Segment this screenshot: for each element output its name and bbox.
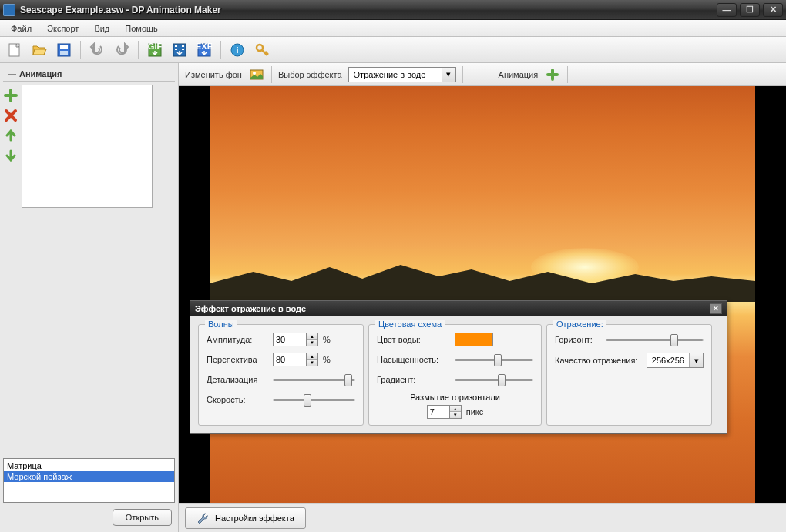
move-up-button[interactable] [3, 128, 18, 143]
canvas-toolbar: Изменить фон Выбор эффекта Отражение в в… [179, 63, 786, 86]
undo-icon [89, 42, 105, 58]
chevron-down-icon[interactable]: ▾ [442, 68, 455, 82]
folder-open-icon [32, 42, 47, 58]
change-bg-button[interactable] [248, 66, 265, 83]
open-preset-button[interactable]: Открыть [113, 509, 172, 526]
panel-title: Анимация [3, 66, 175, 82]
speed-slider[interactable] [273, 393, 355, 407]
svg-rect-3 [60, 51, 68, 55]
preset-list[interactable]: Матрица Морской пейзаж [3, 458, 175, 503]
export-video-button[interactable] [170, 40, 190, 60]
effect-dropdown[interactable]: Отражение в воде ▾ [348, 67, 456, 82]
exe-icon: EXE [196, 42, 212, 58]
amplitude-input[interactable] [273, 333, 307, 346]
svg-text:i: i [236, 45, 238, 55]
quality-label: Качество отражения: [555, 356, 642, 365]
svg-rect-10 [182, 49, 184, 50]
add-effect-button[interactable] [544, 66, 561, 83]
svg-text:GIF: GIF [148, 42, 163, 51]
blur-input[interactable] [427, 405, 450, 419]
water-color-swatch[interactable] [455, 333, 493, 346]
detail-label: Детализация [207, 375, 268, 384]
perspective-label: Перспектива [207, 355, 268, 364]
waves-group-title: Волны [205, 320, 237, 329]
horizon-label: Горизонт: [555, 335, 601, 344]
spinner-up[interactable]: ▲ [307, 333, 317, 340]
effect-dialog: Эффект отражение в воде ✕ Волны Амплитуд… [190, 300, 727, 434]
spinner-up[interactable]: ▲ [450, 406, 461, 412]
svg-point-17 [253, 72, 256, 75]
svg-rect-8 [175, 49, 177, 50]
saturation-slider[interactable] [455, 353, 533, 366]
menubar: Файл Экспорт Вид Помощь [0, 20, 786, 37]
canvas[interactable]: Эффект отражение в воде ✕ Волны Амплитуд… [179, 86, 786, 503]
delete-animation-button[interactable] [3, 108, 18, 123]
spinner-down[interactable]: ▼ [307, 360, 317, 366]
dialog-title-bar[interactable]: Эффект отражение в воде ✕ [190, 301, 727, 316]
spinner-down[interactable]: ▼ [307, 340, 317, 346]
register-button[interactable] [252, 40, 272, 60]
gradient-label: Градиент: [377, 375, 450, 384]
export-exe-button[interactable]: EXE [194, 40, 214, 60]
dialog-title: Эффект отражение в воде [195, 304, 306, 313]
open-file-button[interactable] [29, 40, 49, 60]
perspective-spinner[interactable]: ▲▼ [273, 353, 318, 366]
speed-label: Скорость: [207, 395, 268, 404]
image-icon [250, 68, 264, 82]
perspective-input[interactable] [273, 353, 307, 366]
waves-group: Волны Амплитуда: ▲▼ % Перспектива [198, 324, 364, 426]
blur-spinner[interactable]: ▲▼ [427, 405, 462, 419]
quality-value: 256x256 [647, 356, 689, 365]
add-animation-button[interactable] [3, 88, 18, 103]
arrow-down-icon [4, 149, 18, 162]
menu-export[interactable]: Экспорт [41, 22, 85, 35]
save-button[interactable] [54, 40, 74, 60]
maximize-button[interactable]: ☐ [740, 3, 760, 17]
delete-icon [4, 109, 18, 122]
animation-panel: Анимация Матрица Морской [0, 63, 179, 532]
titlebar: Seascape Example.asw - DP Animation Make… [0, 0, 786, 20]
redo-icon [114, 42, 129, 58]
list-item[interactable]: Морской пейзаж [4, 471, 174, 482]
floppy-icon [56, 42, 72, 58]
detail-slider[interactable] [273, 373, 355, 386]
chevron-down-icon[interactable]: ▾ [689, 353, 703, 367]
close-button[interactable]: ✕ [763, 3, 783, 17]
reflection-group: Отражение: Горизонт: Качество отражения:… [546, 324, 712, 426]
wrench-icon [196, 512, 209, 524]
info-button[interactable]: i [227, 40, 247, 60]
spinner-up[interactable]: ▲ [307, 353, 317, 360]
new-file-icon [7, 42, 22, 58]
effect-settings-button[interactable]: Настройки эффекта [185, 507, 306, 529]
menu-help[interactable]: Помощь [119, 22, 164, 35]
list-item[interactable]: Матрица [4, 460, 174, 471]
app-icon [3, 4, 15, 16]
undo-button[interactable] [87, 40, 107, 60]
dialog-close-button[interactable]: ✕ [710, 303, 722, 314]
menu-view[interactable]: Вид [88, 22, 116, 35]
reflection-group-title: Отражение: [553, 320, 606, 329]
select-effect-label: Выбор эффекта [278, 70, 342, 79]
menu-file[interactable]: Файл [5, 22, 38, 35]
window-title: Seascape Example.asw - DP Animation Make… [20, 5, 717, 15]
main-toolbar: GIF EXE i [0, 37, 786, 63]
minimize-button[interactable]: — [717, 3, 737, 17]
new-file-button[interactable] [5, 40, 25, 60]
plus-icon [546, 69, 559, 81]
spinner-down[interactable]: ▼ [450, 412, 461, 418]
amplitude-spinner[interactable]: ▲▼ [273, 333, 318, 346]
animation-preview[interactable] [22, 85, 153, 208]
redo-button[interactable] [112, 40, 132, 60]
gif-icon: GIF [147, 42, 163, 58]
horizon-slider[interactable] [606, 333, 704, 346]
quality-dropdown[interactable]: 256x256 ▾ [647, 353, 704, 368]
video-export-icon [172, 42, 187, 58]
settings-label: Настройки эффекта [215, 514, 294, 523]
color-group-title: Цветовая схема [375, 320, 445, 329]
gradient-slider[interactable] [455, 373, 533, 386]
arrow-up-icon [4, 129, 18, 142]
move-down-button[interactable] [3, 148, 18, 163]
plus-icon [4, 89, 18, 102]
export-gif-button[interactable]: GIF [145, 40, 165, 60]
perspective-unit: % [323, 355, 331, 364]
